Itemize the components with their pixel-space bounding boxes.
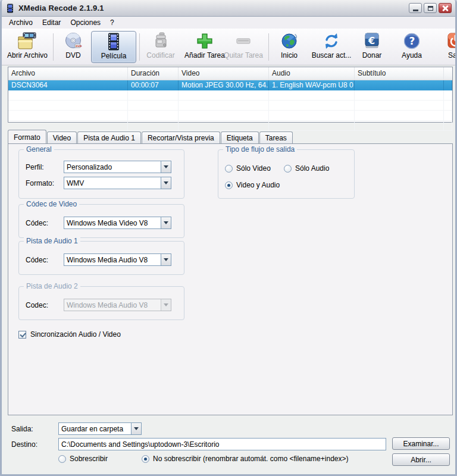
menubar: Archivo Editar Opciones ?	[2, 17, 455, 29]
toolbar-dvd[interactable]: DVD DVD	[57, 31, 90, 63]
close-icon	[442, 5, 448, 11]
app-film-icon	[5, 4, 15, 13]
maximize-button[interactable]	[424, 3, 437, 13]
tab-formato[interactable]: Formato	[8, 130, 46, 143]
toolbar-salir[interactable]: Salir	[436, 31, 455, 63]
formato-panel: General Perfil: Personalizado Formato: W…	[8, 143, 453, 415]
radio-icon	[142, 455, 149, 463]
cell-audio: 1. English WAV-pcm U8 0 ...	[269, 80, 355, 90]
file-row-selected[interactable]: DSCN3064 00:00:07 Motion JPEG 30.00 Hz, …	[8, 80, 452, 90]
file-row-empty	[8, 111, 452, 121]
menu-editar[interactable]: Editar	[37, 17, 65, 28]
audio2-codec-label: Codec:	[26, 301, 48, 309]
toolbar-ayuda-label: Ayuda	[402, 51, 422, 60]
radio-sobrescribir[interactable]: Sobrescribir	[58, 455, 108, 463]
globe-icon	[280, 31, 298, 51]
examinar-button[interactable]: Examinar...	[392, 437, 450, 450]
destino-label: Destino:	[11, 440, 37, 449]
audio1-codec-combobox[interactable]: Windows Media Audio V8	[64, 253, 171, 266]
video-codec-combobox[interactable]: Windows Media Video V8	[64, 217, 171, 229]
radio-video-y-audio[interactable]: Video y Audio	[225, 181, 280, 189]
film-icon	[107, 32, 121, 52]
toolbar-separator	[53, 33, 54, 61]
audio1-codec-label: Códec:	[26, 256, 48, 264]
radio-solo-audio[interactable]: Sólo Audio	[284, 164, 329, 173]
column-video[interactable]: Video	[179, 67, 269, 80]
toolbar-codificar: Codificar	[142, 31, 179, 63]
cell-video: Motion JPEG 30.00 Hz, 64...	[179, 80, 269, 90]
remove-icon	[234, 31, 252, 51]
close-button[interactable]	[439, 3, 452, 13]
column-archivo[interactable]: Archivo	[8, 67, 128, 80]
sync-audio-video-checkbox[interactable]: Sincronización Audio / Video	[18, 330, 121, 339]
destino-input[interactable]	[58, 438, 386, 450]
radio-solo-video[interactable]: Sólo Video	[225, 164, 271, 173]
tab-video[interactable]: Video	[47, 131, 77, 143]
abrir-button[interactable]: Abrir...	[392, 453, 450, 466]
menu-opciones[interactable]: Opciones	[65, 17, 105, 28]
menu-archivo[interactable]: Archivo	[4, 17, 37, 28]
general-group-title: General	[24, 145, 54, 154]
toolbar-separator	[268, 33, 269, 61]
stream-type-group: Tipo de flujo de salida Sólo Video Sólo …	[218, 149, 355, 199]
column-subtitulo[interactable]: Subtítulo	[355, 67, 444, 80]
cell-archivo: DSCN3064	[8, 80, 128, 90]
checkbox-check-icon	[18, 331, 26, 339]
open-file-icon	[18, 31, 37, 51]
tab-tareas[interactable]: Tareas	[259, 131, 293, 143]
file-list-header: Archivo Duración Video Audio Subtítulo	[8, 67, 452, 80]
salida-combobox[interactable]: Guardar en carpeta	[58, 422, 142, 435]
radio-icon	[225, 165, 233, 173]
toolbar-buscar-act[interactable]: Buscar act...	[308, 31, 355, 63]
toolbar-ayuda[interactable]: ? Ayuda	[392, 31, 431, 63]
toolbar-inicio-label: Inicio	[281, 51, 298, 60]
menu-help[interactable]: ?	[105, 17, 119, 28]
file-row-empty	[8, 101, 452, 111]
toolbar-donar[interactable]: € Donar	[356, 31, 387, 63]
toolbar-inicio[interactable]: Inicio	[271, 31, 308, 63]
column-duracion[interactable]: Duración	[128, 67, 179, 80]
tab-pista-de-audio-1[interactable]: Pista de Audio 1	[77, 131, 141, 143]
euro-icon: €	[364, 31, 380, 51]
toolbar-open-file-label: Abrir Archivo	[7, 51, 48, 60]
file-row-empty	[8, 121, 452, 131]
toolbar-pelicula[interactable]: Película	[91, 31, 136, 63]
audio2-codec-combobox: Windows Media Audio V8	[64, 299, 171, 311]
formato-combobox[interactable]: WMV	[64, 177, 171, 189]
salida-value: Guardar en carpeta	[59, 423, 131, 434]
column-filler	[444, 67, 452, 80]
encode-icon	[152, 31, 169, 51]
toolbar-codificar-label: Codificar	[146, 51, 174, 60]
radio-icon	[225, 181, 233, 189]
minimize-button[interactable]	[409, 3, 422, 13]
tab-recortar-vista-previa[interactable]: Recortar/Vista previa	[142, 131, 220, 143]
video-codec-group-title: Códec de Video	[24, 200, 79, 208]
chevron-down-icon	[161, 254, 171, 265]
cell-subtitulo	[355, 80, 444, 90]
svg-text:?: ?	[409, 35, 415, 47]
tab-etiqueta[interactable]: Etiqueta	[221, 131, 259, 143]
audio-track-2-group: Pista de Audio 2 Codec: Windows Media Au…	[18, 286, 184, 320]
toolbar-open-file[interactable]: Abrir Archivo	[4, 31, 51, 63]
perfil-combobox[interactable]: Personalizado	[64, 161, 171, 173]
svg-text:DVD: DVD	[76, 45, 82, 48]
svg-text:€: €	[368, 35, 375, 46]
maximize-icon	[428, 6, 433, 11]
perfil-value: Personalizado	[64, 161, 161, 173]
salida-label: Salida:	[11, 425, 33, 433]
window-title: XMedia Recode 2.1.9.1	[18, 4, 409, 12]
chevron-down-icon	[161, 299, 171, 311]
file-list: Archivo Duración Video Audio Subtítulo D…	[8, 67, 453, 123]
audio-track-1-group-title: Pista de Audio 1	[24, 237, 80, 245]
dvd-icon: DVD	[64, 31, 82, 51]
perfil-label: Perfil:	[26, 163, 44, 171]
stream-type-group-title: Tipo de flujo de salida	[223, 145, 297, 154]
video-codec-value: Windows Media Video V8	[64, 217, 161, 228]
video-codec-group: Códec de Video Códec: Windows Media Vide…	[18, 204, 184, 238]
app-window: XMedia Recode 2.1.9.1 Archivo Editar Opc…	[0, 0, 457, 476]
tab-bar: Formato Video Pista de Audio 1 Recortar/…	[8, 130, 293, 143]
radio-no-sobrescribir[interactable]: No sobrescribir (renombrar automát. como…	[142, 455, 348, 463]
add-icon	[196, 31, 214, 51]
chevron-down-icon	[131, 423, 141, 434]
column-audio[interactable]: Audio	[269, 67, 355, 80]
